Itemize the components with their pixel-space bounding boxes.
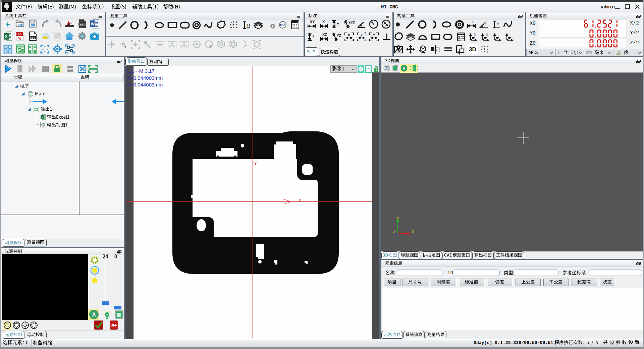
svg-text:A: A	[402, 66, 406, 71]
svg-text:Z: Z	[393, 229, 396, 234]
svg-text:X: X	[298, 198, 302, 203]
svg-text:X: X	[412, 229, 415, 234]
svg-text:Y: Y	[254, 161, 257, 166]
svg-text:Y: Y	[396, 217, 399, 222]
svg-text:1:1: 1:1	[366, 67, 371, 71]
